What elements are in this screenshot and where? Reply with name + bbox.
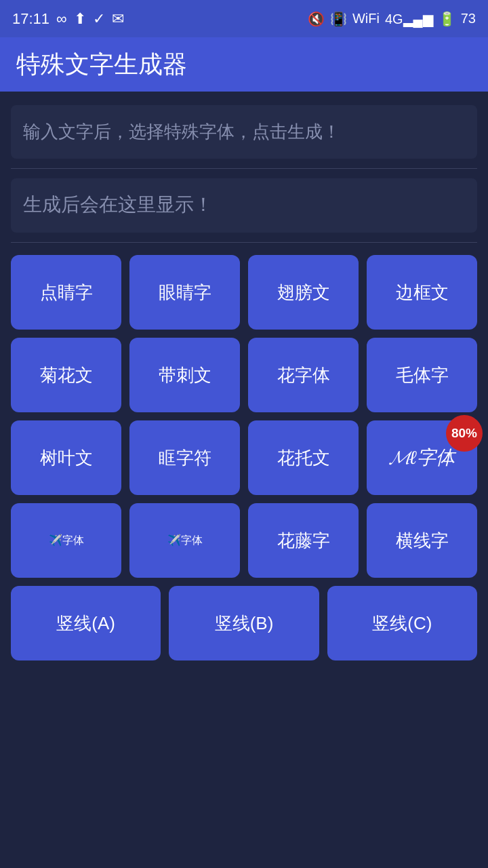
button-row-1: 点睛字 眼睛字 翅膀文 边框文 <box>11 255 477 330</box>
output-area: 生成后会在这里显示！ <box>11 178 477 233</box>
app-title: 特殊文字生成器 <box>16 48 187 81</box>
message-icon: ✉ <box>112 10 124 28</box>
btn-shuye[interactable]: 树叶文 <box>11 420 121 495</box>
btn-yanjing[interactable]: 眼睛字 <box>129 255 240 330</box>
btn-shuxian-a[interactable]: 竖线(A) <box>11 586 161 660</box>
btn-daici[interactable]: 带刺文 <box>129 338 240 412</box>
signal-icon: 4G▂▄▆ <box>385 11 433 27</box>
btn-plane2[interactable]: ✈️字体 <box>129 503 240 578</box>
app-header: 特殊文字生成器 <box>0 37 488 92</box>
output-placeholder: 生成后会在这里显示！ <box>23 192 465 218</box>
battery-level: 73 <box>461 11 476 26</box>
check-circle-icon: ✓ <box>93 10 105 28</box>
button-row-5: 竖线(A) 竖线(B) 竖线(C) <box>11 586 477 660</box>
btn-huatuo[interactable]: 花托文 <box>248 420 359 495</box>
btn-hengxian[interactable]: 横线字 <box>367 503 477 578</box>
btn-huateng[interactable]: 花藤字 <box>248 503 359 578</box>
btn-huazi[interactable]: 花字体 <box>248 338 359 412</box>
btn-shuxian-c[interactable]: 竖线(C) <box>327 586 477 660</box>
badge-80: 80% <box>446 415 483 452</box>
btn-juhua[interactable]: 菊花文 <box>11 338 121 412</box>
input-area[interactable]: 输入文字后，选择特殊字体，点击生成！ <box>11 105 477 159</box>
mute-icon: 🔇 <box>308 11 325 27</box>
button-row-2: 菊花文 带刺文 花字体 毛体字 <box>11 338 477 412</box>
btn-maoti[interactable]: 毛体字 <box>367 338 477 412</box>
btn-biankuang[interactable]: 边框文 <box>367 255 477 330</box>
button-row-4: ✈️字体 ✈️字体 花藤字 横线字 <box>11 503 477 578</box>
btn-plane1-label: ✈️字体 <box>49 534 84 547</box>
input-placeholder: 输入文字后，选择特殊字体，点击生成！ <box>23 119 465 145</box>
btn-plane1[interactable]: ✈️字体 <box>11 503 121 578</box>
divider-2 <box>11 242 477 243</box>
vibrate-icon: 📳 <box>330 11 347 27</box>
btn-ml-label: 𝓜ℓ字体 <box>389 445 455 471</box>
infinity-icon: ∞ <box>56 10 67 28</box>
main-content: 输入文字后，选择特殊字体，点击生成！ 生成后会在这里显示！ 点睛字 眼睛字 翅膀… <box>0 92 488 868</box>
btn-ml[interactable]: 𝓜ℓ字体 80% <box>367 420 477 495</box>
divider-1 <box>11 168 477 169</box>
status-left: 17:11 ∞ ⬆ ✓ ✉ <box>12 10 124 28</box>
button-row-3: 树叶文 眶字符 花托文 𝓜ℓ字体 80% <box>11 420 477 495</box>
btn-chibang[interactable]: 翅膀文 <box>248 255 359 330</box>
btn-kuang[interactable]: 眶字符 <box>129 420 240 495</box>
btn-shuxian-b[interactable]: 竖线(B) <box>169 586 319 660</box>
upload-icon: ⬆ <box>74 10 86 28</box>
battery-icon: 🔋 <box>439 11 455 27</box>
status-time: 17:11 <box>12 10 49 28</box>
status-right: 🔇 📳 WiFi 4G▂▄▆ 🔋 73 <box>308 11 476 27</box>
wifi-icon: WiFi <box>352 11 380 26</box>
status-bar: 17:11 ∞ ⬆ ✓ ✉ 🔇 📳 WiFi 4G▂▄▆ 🔋 73 <box>0 0 488 37</box>
btn-plane2-label: ✈️字体 <box>167 534 203 547</box>
btn-dianjing[interactable]: 点睛字 <box>11 255 121 330</box>
